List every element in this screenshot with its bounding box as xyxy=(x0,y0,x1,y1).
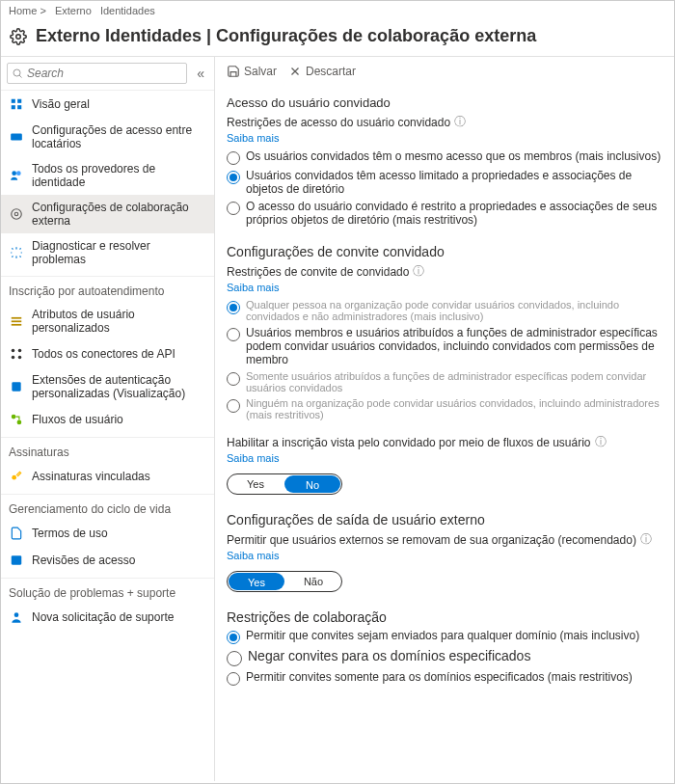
svg-rect-12 xyxy=(12,317,22,319)
toggle-no[interactable]: No xyxy=(284,475,340,493)
sidebar-item-external-collab[interactable]: Configurações de colaboração externa xyxy=(1,195,214,233)
sidebar-item-label: Todos os conectores de API xyxy=(32,347,176,361)
radio-icon[interactable] xyxy=(227,651,242,666)
support-icon xyxy=(9,609,24,625)
sidebar-item-label: Fluxos de usuário xyxy=(32,413,123,426)
sidebar: « Visão geral Configurações de acesso en… xyxy=(1,57,215,781)
radio-icon[interactable] xyxy=(227,151,240,165)
learn-more-link[interactable]: Saiba mais xyxy=(227,452,662,464)
sidebar-item-auth-extensions[interactable]: Extensões de autenticação personalizadas… xyxy=(1,367,214,406)
sidebar-item-user-flows[interactable]: Fluxos de usuário xyxy=(1,406,214,433)
svg-point-18 xyxy=(18,356,22,360)
guest-access-opt2[interactable]: Usuários convidados têm acesso limitado … xyxy=(227,169,662,196)
allow-leave-toggle[interactable]: Yes Não xyxy=(227,571,342,592)
overview-icon xyxy=(9,96,24,112)
radio-icon[interactable] xyxy=(227,631,240,644)
guest-access-opt3[interactable]: O acesso do usuário convidado é restrito… xyxy=(227,200,662,227)
toolbar: Salvar Descartar xyxy=(227,65,662,86)
guest-access-opt1[interactable]: Os usuários convidados têm o mesmo acess… xyxy=(227,149,662,165)
info-icon[interactable]: ⓘ xyxy=(595,434,607,450)
collab-opt1[interactable]: Permitir que convites sejam enviados par… xyxy=(227,629,662,644)
discard-button[interactable]: Descartar xyxy=(288,65,356,78)
sidebar-item-label: Diagnosticar e resolver problemas xyxy=(32,239,206,266)
radio-icon[interactable] xyxy=(227,399,240,413)
invite-opt2[interactable]: Usuários membros e usuários atribuídos a… xyxy=(227,326,662,366)
invite-sub: Restrições de convite de convidadoⓘ xyxy=(227,263,662,280)
save-button[interactable]: Salvar xyxy=(227,65,277,78)
invite-opt3[interactable]: Somente usuários atribuídos a funções de… xyxy=(227,370,662,393)
svg-point-15 xyxy=(12,349,15,353)
review-icon xyxy=(9,553,24,568)
main-content: Salvar Descartar Acesso do usuário convi… xyxy=(215,57,674,781)
discard-icon xyxy=(288,65,302,78)
svg-point-22 xyxy=(12,475,16,480)
section-invite-title: Configurações de convite convidado xyxy=(227,244,662,259)
sidebar-item-label: Nova solicitação de suporte xyxy=(32,610,174,624)
info-icon[interactable]: ⓘ xyxy=(640,531,652,548)
attributes-icon xyxy=(9,313,24,329)
toggle-no[interactable]: Não xyxy=(285,572,341,591)
radio-icon[interactable] xyxy=(227,328,240,341)
radio-icon[interactable] xyxy=(227,301,240,314)
collab-opt3[interactable]: Permitir convites somente para os domíni… xyxy=(227,670,662,686)
sidebar-group-selfservice: Inscrição por autoatendimento xyxy=(1,276,214,302)
svg-point-10 xyxy=(14,212,18,216)
svg-rect-19 xyxy=(12,382,20,391)
radio-icon[interactable] xyxy=(227,672,240,686)
search-input-wrap[interactable] xyxy=(7,63,187,84)
svg-rect-23 xyxy=(12,555,22,564)
discard-label: Descartar xyxy=(306,65,356,78)
sidebar-item-label: Revisões de acesso xyxy=(32,554,135,567)
learn-more-link[interactable]: Saiba mais xyxy=(227,132,662,144)
sidebar-item-identity-providers[interactable]: Todos os provedores de identidade xyxy=(1,156,214,195)
svg-rect-14 xyxy=(12,324,22,326)
sidebar-item-support[interactable]: Nova solicitação de suporte xyxy=(1,604,214,631)
gear-icon xyxy=(9,27,28,46)
radio-icon[interactable] xyxy=(227,171,240,184)
svg-rect-3 xyxy=(12,99,15,103)
section-collab-restrict-title: Restrições de colaboração xyxy=(227,609,662,625)
radio-icon[interactable] xyxy=(227,202,240,215)
breadcrumb-seg2[interactable]: Identidades xyxy=(100,5,155,16)
extensions-icon xyxy=(9,379,24,394)
invite-opt4[interactable]: Ninguém na organização pode convidar usu… xyxy=(227,397,662,420)
svg-rect-5 xyxy=(12,105,15,109)
section-leave-title: Configurações de saída de usuário extern… xyxy=(227,512,662,527)
svg-point-21 xyxy=(17,420,22,425)
svg-point-11 xyxy=(12,209,22,220)
toggle-yes[interactable]: Yes xyxy=(229,573,284,590)
breadcrumb-seg1[interactable]: Externo xyxy=(55,5,92,16)
enable-signup-title: Habilitar a inscrição vista pelo convida… xyxy=(227,434,662,450)
svg-rect-6 xyxy=(17,105,21,109)
sidebar-item-label: Todos os provedores de identidade xyxy=(32,162,206,189)
breadcrumb: Home > Externo Identidades xyxy=(1,1,674,20)
page-header: Externo Identidades | Configurações de c… xyxy=(1,20,674,57)
gear-small-icon xyxy=(9,206,24,222)
info-icon[interactable]: ⓘ xyxy=(413,263,424,280)
page-title: Externo Identidades | Configurações de c… xyxy=(36,26,536,46)
learn-more-link[interactable]: Saiba mais xyxy=(227,550,662,561)
sidebar-item-linked-subs[interactable]: Assinaturas vinculadas xyxy=(1,463,214,490)
info-icon[interactable]: ⓘ xyxy=(454,114,466,130)
search-input[interactable] xyxy=(27,67,182,80)
radio-icon[interactable] xyxy=(227,372,240,386)
sidebar-item-diagnose[interactable]: Diagnosticar e resolver problemas xyxy=(1,233,214,272)
guest-access-sub: Restrições de acesso do usuário convidad… xyxy=(227,114,662,130)
sidebar-item-crosstenant[interactable]: Configurações de acesso entre locatários xyxy=(1,118,214,156)
sidebar-item-terms[interactable]: Termos de uso xyxy=(1,520,214,547)
sidebar-group-support: Solução de problemas + suporte xyxy=(1,578,214,604)
collab-opt2[interactable]: Negar convites para os domínios especifi… xyxy=(227,648,662,666)
enable-signup-toggle[interactable]: Yes No xyxy=(227,473,342,495)
svg-point-0 xyxy=(16,34,21,39)
sidebar-item-custom-attrs[interactable]: Atributos de usuário personalizados xyxy=(1,302,214,340)
sidebar-item-overview[interactable]: Visão geral xyxy=(1,91,214,118)
toggle-yes[interactable]: Yes xyxy=(228,474,284,494)
collapse-sidebar-button[interactable]: « xyxy=(193,66,208,81)
document-icon xyxy=(9,526,24,541)
invite-opt1[interactable]: Qualquer pessoa na organização pode conv… xyxy=(227,299,662,322)
sidebar-item-access-reviews[interactable]: Revisões de acesso xyxy=(1,547,214,574)
learn-more-link[interactable]: Saiba mais xyxy=(227,282,662,293)
sidebar-item-api-connectors[interactable]: Todos os conectores de API xyxy=(1,340,214,367)
svg-point-16 xyxy=(18,349,22,353)
breadcrumb-home[interactable]: Home > xyxy=(9,5,46,16)
